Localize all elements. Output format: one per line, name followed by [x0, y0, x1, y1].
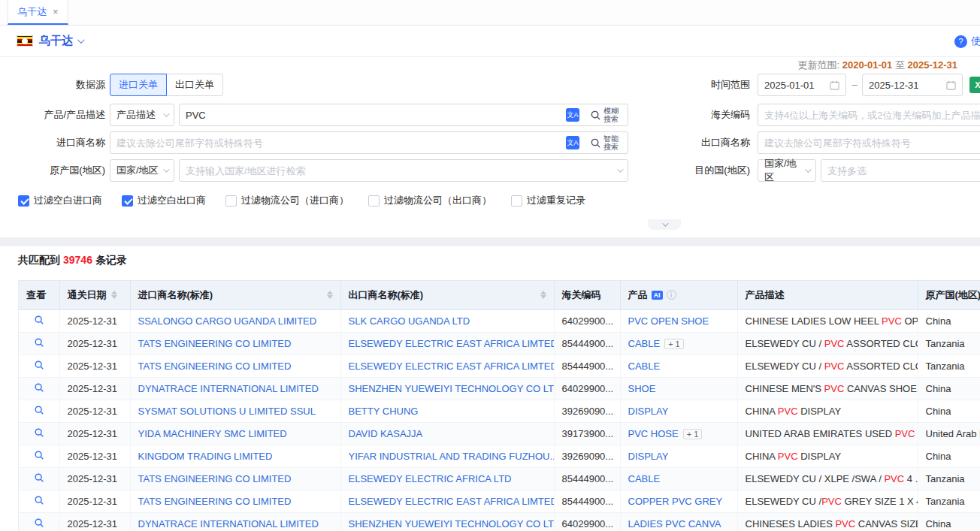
table-row[interactable]: 2025-12-31 DYNATRACE INTERNATIONAL LIMIT… [19, 377, 980, 400]
date-from-input[interactable] [764, 80, 825, 91]
origin-country-input[interactable] [186, 165, 612, 176]
browser-tab-bar: 乌干达 × [0, 0, 980, 26]
collapse-filters-button[interactable] [648, 219, 681, 230]
hs-code-input[interactable] [764, 110, 980, 121]
sort-icons[interactable] [111, 291, 117, 299]
importer-link[interactable]: DYNATRACE INTERNATIONAL LIMITED [138, 518, 319, 529]
table-row[interactable]: 2025-12-31 YIDA MACHINERY SMC LIMITED DA… [19, 422, 980, 445]
close-icon[interactable]: × [53, 7, 59, 17]
col-exporter-name[interactable]: 出口商名称(标准) [340, 281, 554, 309]
table-row[interactable]: 2025-12-31 TATS ENGINEERING CO LIMITED E… [19, 332, 980, 355]
exporter-link[interactable]: DAVID KASAJJA [349, 428, 423, 439]
table-row[interactable]: 2025-12-31 SSALONGO CARGO UGANDA LIMITED… [19, 309, 980, 332]
exporter-name-input[interactable] [764, 137, 980, 149]
destination-type-select[interactable]: 国家/地区 [758, 159, 816, 182]
smart-search-toggle[interactable]: 智能搜索 [590, 134, 622, 151]
fuzzy-search-toggle[interactable]: 模糊搜索 [590, 107, 622, 123]
importer-link[interactable]: KINGDOM TRADING LIMITED [138, 451, 273, 462]
hs-code-value: 64029900... [554, 377, 620, 400]
view-detail-button[interactable] [34, 382, 44, 393]
table-row[interactable]: 2025-12-31 SYSMAT SOLUTIONS U LIMITED SS… [19, 400, 980, 422]
product-type-select[interactable]: 产品描述 [110, 104, 174, 126]
filter-checkbox[interactable]: 过滤物流公司（进口商） [225, 194, 349, 207]
exporter-link[interactable]: SLK CARGO UGANDA LTD [349, 315, 470, 327]
info-icon[interactable]: i [667, 290, 676, 300]
table-row[interactable]: 2025-12-31 DYNATRACE INTERNATIONAL LIMIT… [19, 512, 980, 531]
exporter-link[interactable]: SHENZHEN YUEWEIYI TECHNOLOGY CO LTD [349, 383, 555, 394]
excel-export-icon[interactable]: X [969, 77, 980, 93]
sort-icons[interactable] [540, 291, 546, 299]
view-detail-button[interactable] [34, 472, 44, 483]
checkbox-checked-icon[interactable] [18, 195, 29, 207]
origin-type-select[interactable]: 国家/地区 [110, 159, 174, 182]
exporter-link[interactable]: YIFAR INDUSTRIAL AND TRADING FUZHOU... [349, 451, 555, 462]
exporter-link[interactable]: ELSEWEDY ELECTRIC EAST AFRICA LIMTED [349, 496, 555, 507]
section-divider [0, 237, 980, 246]
table-row[interactable]: 2025-12-31 TATS ENGINEERING CO LIMITED E… [19, 490, 980, 512]
date-to-input[interactable] [869, 80, 942, 91]
checkbox-checked-icon[interactable] [122, 195, 133, 207]
importer-link[interactable]: DYNATRACE INTERNATIONAL LIMITED [138, 383, 319, 394]
filter-checkbox[interactable]: 过滤重复记录 [511, 194, 585, 207]
clearance-date: 2025-12-31 [59, 355, 130, 377]
importer-link[interactable]: TATS ENGINEERING CO LIMITED [138, 338, 292, 349]
checkbox-unchecked-icon[interactable] [225, 195, 237, 207]
exporter-link[interactable]: ELSEWEDY ELECTRIC AFRICA LTD [349, 473, 512, 484]
filter-checkbox[interactable]: 过滤物流公司（出口商） [368, 194, 492, 207]
product-link[interactable]: CABLE [628, 338, 661, 349]
view-detail-button[interactable] [34, 337, 44, 348]
view-detail-button[interactable] [34, 495, 44, 505]
checkbox-unchecked-icon[interactable] [368, 195, 380, 207]
sort-icons[interactable] [327, 291, 333, 299]
checkbox-unchecked-icon[interactable] [511, 195, 522, 207]
exporter-link[interactable]: ELSEWEDY ELECTRIC EAST AFRICA LIMTED [349, 361, 555, 372]
importer-link[interactable]: SSALONGO CARGO UGANDA LIMITED [138, 315, 317, 327]
exporter-link[interactable]: BETTY CHUNG [349, 406, 419, 417]
country-tab[interactable]: 乌干达 × [8, 0, 68, 25]
product-link[interactable]: LADIES PVC CANVA [628, 518, 721, 529]
filter-checkbox[interactable]: 过滤空白进口商 [18, 194, 102, 207]
export-declarations-tab[interactable]: 出口关单 [166, 74, 223, 96]
filter-checkbox[interactable]: 过滤空白出口商 [122, 194, 206, 207]
importer-link[interactable]: TATS ENGINEERING CO LIMITED [138, 361, 292, 372]
product-link[interactable]: SHOE [628, 383, 656, 394]
product-link[interactable]: DISPLAY [628, 451, 669, 462]
view-detail-button[interactable] [34, 427, 44, 438]
translate-icon[interactable]: 文A [566, 108, 579, 122]
exporter-link[interactable]: ELSEWEDY ELECTRIC EAST AFRICA LIMTED [349, 338, 555, 349]
translate-icon[interactable]: 文A [566, 136, 579, 149]
view-detail-button[interactable] [34, 450, 44, 460]
help-link[interactable]: ? 使用 [954, 26, 980, 57]
col-importer-name[interactable]: 进口商名称(标准) [130, 281, 340, 309]
product-description: CHINESE LADIES LOW HEEL PVC OP... [737, 309, 918, 332]
product-link[interactable]: COPPER PVC GREY [628, 496, 723, 507]
importer-link[interactable]: SYSMAT SOLUTIONS U LIMITED SSUL [138, 406, 316, 417]
view-detail-button[interactable] [34, 405, 44, 415]
product-link[interactable]: DISPLAY [628, 406, 669, 417]
filter-checkbox-row: 过滤空白进口商过滤空白出口商过滤物流公司（进口商）过滤物流公司（出口商）过滤重复… [18, 194, 585, 207]
import-declarations-tab[interactable]: 进口关单 [110, 74, 167, 96]
product-search-input[interactable] [186, 110, 561, 121]
view-detail-button[interactable] [34, 517, 44, 528]
importer-name-input[interactable] [116, 137, 561, 149]
more-products-badge[interactable]: + 1 [683, 429, 703, 439]
col-product-description: 产品描述 [737, 281, 918, 309]
importer-link[interactable]: TATS ENGINEERING CO LIMITED [138, 473, 292, 484]
importer-link[interactable]: YIDA MACHINERY SMC LIMITED [138, 428, 287, 439]
view-detail-button[interactable] [34, 360, 44, 370]
view-detail-button[interactable] [34, 315, 44, 325]
table-row[interactable]: 2025-12-31 TATS ENGINEERING CO LIMITED E… [19, 355, 980, 377]
product-link[interactable]: PVC HOSE [628, 428, 679, 439]
exporter-link[interactable]: SHENZHEN YUEWEIYI TECHNOLOGY CO LTD [349, 518, 555, 529]
product-link[interactable]: PVC OPEN SHOE [628, 315, 709, 327]
col-clearance-date[interactable]: 通关日期 [59, 281, 130, 309]
chevron-down-icon[interactable] [77, 36, 85, 44]
more-products-badge[interactable]: + 1 [664, 339, 684, 349]
table-row[interactable]: 2025-12-31 KINGDOM TRADING LIMITED YIFAR… [19, 445, 980, 467]
country-selector[interactable]: 乌干达 [39, 34, 73, 48]
product-link[interactable]: CABLE [628, 473, 661, 484]
table-row[interactable]: 2025-12-31 TATS ENGINEERING CO LIMITED E… [19, 467, 980, 490]
destination-country-input[interactable] [827, 165, 980, 176]
product-link[interactable]: CABLE [628, 361, 661, 372]
importer-link[interactable]: TATS ENGINEERING CO LIMITED [138, 496, 292, 507]
